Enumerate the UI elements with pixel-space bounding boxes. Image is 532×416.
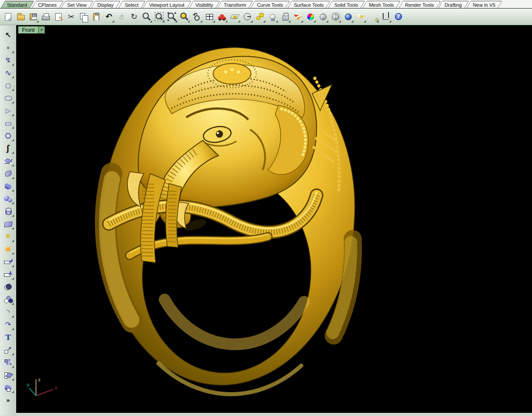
undo-icon: ↶ — [104, 12, 113, 21]
y-axis-line — [29, 388, 36, 396]
rotate-view-button[interactable]: ↻ — [128, 10, 140, 23]
tab-curve-tools[interactable]: Curve Tools — [250, 1, 290, 8]
mirror-button[interactable] — [1, 369, 15, 381]
settings-gears-button[interactable] — [367, 10, 380, 23]
help-button[interactable]: ? — [392, 10, 405, 23]
curve-button[interactable]: ∿ — [1, 67, 15, 79]
viewport-grid-button[interactable] — [203, 10, 216, 23]
cylinder-button[interactable] — [1, 205, 15, 218]
viewport-front[interactable]: Front ▼ z x y — [16, 25, 532, 413]
save-button[interactable] — [27, 10, 40, 23]
new-file-button[interactable] — [2, 10, 14, 23]
freeform-icon: ʃ — [4, 144, 13, 153]
extend-button[interactable]: ↷ — [1, 318, 15, 331]
color-wheel-icon — [307, 13, 314, 20]
fillet-icon: ◝ — [4, 308, 13, 317]
text-button[interactable]: T — [1, 331, 15, 344]
group-button[interactable] — [1, 293, 15, 306]
render-preview-icon — [332, 13, 339, 20]
zoom-dynamic-icon — [142, 12, 151, 21]
boolean-star-button[interactable]: ✶ — [1, 230, 15, 243]
help-icon: ? — [395, 13, 402, 20]
open-folder-icon — [17, 15, 25, 20]
arc-icon: ▷ — [4, 106, 13, 115]
shaded-sphere-button[interactable] — [342, 10, 354, 23]
zoom-window-button[interactable] — [153, 10, 165, 23]
pan-hand-button[interactable]: ☝ — [115, 10, 128, 23]
surface-points-icon — [4, 157, 13, 166]
tab-solid-tools[interactable]: Solid Tools — [328, 1, 365, 8]
ellipse-button[interactable] — [1, 92, 15, 104]
rectangle-button[interactable]: ▭ — [1, 117, 15, 130]
car-button[interactable] — [216, 10, 228, 23]
main-area: ↖∘↯∿○▷▭ʃ✶◝↷T↗» — [0, 25, 532, 416]
tab-new-in-v5[interactable]: New in V5 — [466, 1, 502, 8]
freeform-button[interactable]: ʃ — [1, 142, 15, 155]
viewport-title[interactable]: Front — [18, 26, 39, 34]
tab-viewport-layout[interactable]: Viewport Layout — [143, 1, 191, 8]
select-button[interactable]: ↖ — [1, 29, 15, 41]
tab-mesh-tools[interactable]: Mesh Tools — [363, 1, 401, 8]
radius-circle-icon — [243, 12, 252, 21]
top-toolbar: ✂↶☝↻↶? — [0, 9, 532, 25]
copy-button[interactable] — [77, 10, 90, 23]
polyline-button[interactable]: ↯ — [1, 54, 15, 67]
fillet-button[interactable]: ◝ — [1, 306, 15, 318]
move-button[interactable]: ↗ — [1, 344, 15, 356]
cplane-button[interactable] — [228, 10, 241, 23]
render-preview-button[interactable] — [329, 10, 342, 23]
tab-surface-tools[interactable]: Surface Tools — [287, 1, 331, 8]
radius-circle-button[interactable] — [241, 10, 254, 23]
tab-display[interactable]: Display — [91, 1, 121, 8]
tab-drafting[interactable]: Drafting — [438, 1, 469, 8]
spotlight-button[interactable] — [354, 10, 367, 23]
point-button[interactable]: ∘ — [1, 41, 15, 54]
open-folder-button[interactable] — [14, 10, 27, 23]
surface-points-button[interactable] — [1, 155, 15, 167]
polygon-icon — [4, 131, 13, 140]
box-button[interactable] — [1, 180, 15, 192]
settings-gears-icon — [369, 12, 378, 21]
zoom-extents-button[interactable] — [165, 10, 178, 23]
undo-view-button[interactable]: ↶ — [191, 10, 203, 23]
split-button[interactable] — [1, 268, 15, 281]
solid-cube-button[interactable] — [1, 381, 15, 394]
more-button[interactable]: » — [1, 394, 15, 407]
named-objects-button[interactable] — [254, 10, 266, 23]
cut-button[interactable]: ✂ — [65, 10, 77, 23]
tab-transform[interactable]: Transform — [218, 1, 253, 8]
car-icon — [218, 16, 226, 20]
render-sphere-button[interactable] — [317, 10, 329, 23]
bulb-button[interactable] — [266, 10, 279, 23]
undo-button[interactable]: ↶ — [103, 10, 115, 23]
edit-page-button[interactable] — [52, 10, 65, 23]
viewport-title-dropdown-arrow-icon[interactable]: ▼ — [39, 26, 45, 34]
polygon-button[interactable] — [1, 130, 15, 142]
print-button[interactable] — [40, 10, 52, 23]
zoom-dynamic-button[interactable] — [140, 10, 153, 23]
join-button[interactable] — [1, 281, 15, 293]
color-wheel-button[interactable] — [304, 10, 317, 23]
zoom-selected-button[interactable] — [178, 10, 191, 23]
trim-icon — [4, 257, 13, 266]
lock-button[interactable] — [279, 10, 291, 23]
sphere-button[interactable] — [1, 192, 15, 205]
explode-button[interactable] — [1, 243, 15, 255]
tab-standard[interactable]: Standard — [0, 1, 34, 8]
toolbar-tab-bar: StandardCPlanesSet ViewDisplaySelectView… — [0, 0, 532, 9]
circle-button[interactable]: ○ — [1, 79, 15, 92]
paste-button[interactable] — [90, 10, 103, 23]
array-button[interactable] — [1, 356, 15, 369]
tab-visibility[interactable]: Visibility — [189, 1, 220, 8]
patch-button[interactable] — [1, 218, 15, 230]
arc-button[interactable]: ▷ — [1, 104, 15, 117]
layer-wedge-button[interactable] — [291, 10, 304, 23]
tab-set-view[interactable]: Set View — [61, 1, 94, 8]
tab-render-tools[interactable]: Render Tools — [398, 1, 441, 8]
tab-cplanes[interactable]: CPlanes — [31, 1, 63, 8]
cut-icon: ✂ — [67, 12, 76, 21]
trim-button[interactable] — [1, 255, 15, 268]
surface-bend-button[interactable] — [1, 167, 15, 180]
tab-select[interactable]: Select — [118, 1, 145, 8]
dimension-button[interactable] — [380, 10, 392, 23]
